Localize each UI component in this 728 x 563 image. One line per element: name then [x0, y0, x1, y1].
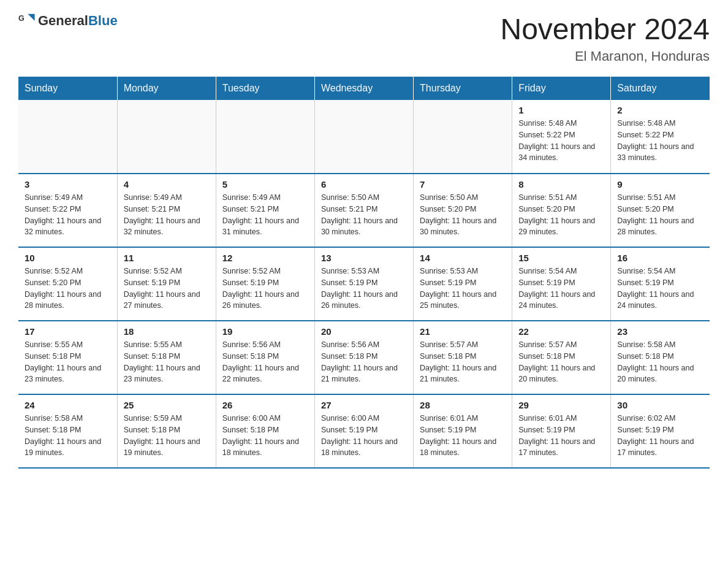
svg-marker-1 — [28, 14, 34, 21]
day-info: Sunrise: 5:57 AMSunset: 5:18 PMDaylight:… — [420, 339, 506, 385]
calendar-day-cell: 24Sunrise: 5:58 AMSunset: 5:18 PMDayligh… — [18, 394, 117, 468]
day-number: 13 — [321, 253, 407, 263]
day-number: 5 — [222, 179, 308, 190]
calendar-day-cell: 4Sunrise: 5:49 AMSunset: 5:21 PMDaylight… — [117, 174, 216, 247]
day-info: Sunrise: 5:48 AMSunset: 5:22 PMDaylight:… — [617, 118, 703, 164]
calendar-week-row: 1Sunrise: 5:48 AMSunset: 5:22 PMDaylight… — [18, 100, 710, 174]
calendar-day-cell: 18Sunrise: 5:55 AMSunset: 5:18 PMDayligh… — [117, 321, 216, 394]
day-info: Sunrise: 6:00 AMSunset: 5:19 PMDaylight:… — [321, 413, 407, 459]
day-number: 26 — [222, 400, 308, 410]
day-number: 12 — [222, 253, 308, 263]
day-number: 18 — [124, 326, 210, 337]
calendar-day-cell: 29Sunrise: 6:01 AMSunset: 5:19 PMDayligh… — [512, 394, 611, 468]
day-number: 6 — [321, 179, 407, 190]
day-number: 3 — [25, 179, 111, 190]
calendar-day-cell: 20Sunrise: 5:56 AMSunset: 5:18 PMDayligh… — [314, 321, 413, 394]
day-number: 17 — [25, 326, 111, 337]
day-info: Sunrise: 5:51 AMSunset: 5:20 PMDaylight:… — [518, 192, 604, 238]
header-wednesday: Wednesday — [314, 77, 413, 100]
calendar-day-cell: 12Sunrise: 5:52 AMSunset: 5:19 PMDayligh… — [216, 247, 314, 321]
calendar-day-cell: 27Sunrise: 6:00 AMSunset: 5:19 PMDayligh… — [314, 394, 413, 468]
logo[interactable]: G GeneralBlue — [18, 12, 118, 29]
day-number: 15 — [518, 253, 604, 263]
day-info: Sunrise: 5:49 AMSunset: 5:21 PMDaylight:… — [222, 192, 308, 238]
day-number: 29 — [518, 400, 604, 410]
calendar-day-cell: 3Sunrise: 5:49 AMSunset: 5:22 PMDaylight… — [18, 174, 117, 247]
day-info: Sunrise: 6:00 AMSunset: 5:18 PMDaylight:… — [222, 413, 308, 459]
calendar-day-cell: 16Sunrise: 5:54 AMSunset: 5:19 PMDayligh… — [611, 247, 710, 321]
calendar-day-cell: 8Sunrise: 5:51 AMSunset: 5:20 PMDaylight… — [512, 174, 611, 247]
day-info: Sunrise: 5:52 AMSunset: 5:20 PMDaylight:… — [25, 266, 111, 312]
header-tuesday: Tuesday — [216, 77, 314, 100]
calendar-day-cell: 28Sunrise: 6:01 AMSunset: 5:19 PMDayligh… — [414, 394, 512, 468]
calendar-day-cell: 25Sunrise: 5:59 AMSunset: 5:18 PMDayligh… — [117, 394, 216, 468]
calendar-day-cell: 6Sunrise: 5:50 AMSunset: 5:21 PMDaylight… — [314, 174, 413, 247]
day-info: Sunrise: 5:59 AMSunset: 5:18 PMDaylight:… — [124, 413, 210, 459]
day-number: 22 — [518, 326, 604, 337]
day-info: Sunrise: 5:53 AMSunset: 5:19 PMDaylight:… — [321, 266, 407, 312]
calendar-day-cell: 14Sunrise: 5:53 AMSunset: 5:19 PMDayligh… — [414, 247, 512, 321]
calendar-day-cell: 26Sunrise: 6:00 AMSunset: 5:18 PMDayligh… — [216, 394, 314, 468]
calendar-day-cell: 5Sunrise: 5:49 AMSunset: 5:21 PMDaylight… — [216, 174, 314, 247]
calendar-day-cell: 7Sunrise: 5:50 AMSunset: 5:20 PMDaylight… — [414, 174, 512, 247]
day-info: Sunrise: 5:56 AMSunset: 5:18 PMDaylight:… — [222, 339, 308, 385]
day-number: 7 — [420, 179, 506, 190]
calendar-week-row: 17Sunrise: 5:55 AMSunset: 5:18 PMDayligh… — [18, 321, 710, 394]
day-info: Sunrise: 6:02 AMSunset: 5:19 PMDaylight:… — [617, 413, 703, 459]
header-saturday: Saturday — [611, 77, 710, 100]
header-monday: Monday — [117, 77, 216, 100]
day-number: 1 — [518, 105, 604, 115]
calendar-header-row: Sunday Monday Tuesday Wednesday Thursday… — [18, 77, 710, 100]
day-info: Sunrise: 5:49 AMSunset: 5:21 PMDaylight:… — [124, 192, 210, 238]
day-info: Sunrise: 5:54 AMSunset: 5:19 PMDaylight:… — [518, 266, 604, 312]
day-info: Sunrise: 5:50 AMSunset: 5:20 PMDaylight:… — [420, 192, 506, 238]
page-header: G GeneralBlue November 2024 El Maranon, … — [18, 12, 710, 64]
day-number: 9 — [617, 179, 703, 190]
calendar-day-cell: 13Sunrise: 5:53 AMSunset: 5:19 PMDayligh… — [314, 247, 413, 321]
calendar-day-cell: 22Sunrise: 5:57 AMSunset: 5:18 PMDayligh… — [512, 321, 611, 394]
calendar-week-row: 10Sunrise: 5:52 AMSunset: 5:20 PMDayligh… — [18, 247, 710, 321]
location-subtitle: El Maranon, Honduras — [500, 48, 710, 64]
calendar-table: Sunday Monday Tuesday Wednesday Thursday… — [18, 77, 710, 469]
day-number: 21 — [420, 326, 506, 337]
calendar-day-cell: 21Sunrise: 5:57 AMSunset: 5:18 PMDayligh… — [414, 321, 512, 394]
day-info: Sunrise: 5:54 AMSunset: 5:19 PMDaylight:… — [617, 266, 703, 312]
header-sunday: Sunday — [18, 77, 117, 100]
day-number: 28 — [420, 400, 506, 410]
calendar-day-cell — [117, 100, 216, 174]
day-number: 30 — [617, 400, 703, 410]
day-number: 20 — [321, 326, 407, 337]
calendar-day-cell — [414, 100, 512, 174]
day-info: Sunrise: 5:50 AMSunset: 5:21 PMDaylight:… — [321, 192, 407, 238]
day-info: Sunrise: 5:49 AMSunset: 5:22 PMDaylight:… — [25, 192, 111, 238]
calendar-day-cell: 17Sunrise: 5:55 AMSunset: 5:18 PMDayligh… — [18, 321, 117, 394]
day-info: Sunrise: 6:01 AMSunset: 5:19 PMDaylight:… — [518, 413, 604, 459]
day-info: Sunrise: 5:51 AMSunset: 5:20 PMDaylight:… — [617, 192, 703, 238]
svg-text:G: G — [18, 14, 25, 23]
day-info: Sunrise: 5:55 AMSunset: 5:18 PMDaylight:… — [124, 339, 210, 385]
calendar-week-row: 24Sunrise: 5:58 AMSunset: 5:18 PMDayligh… — [18, 394, 710, 468]
day-number: 23 — [617, 326, 703, 337]
calendar-day-cell: 10Sunrise: 5:52 AMSunset: 5:20 PMDayligh… — [18, 247, 117, 321]
day-info: Sunrise: 6:01 AMSunset: 5:19 PMDaylight:… — [420, 413, 506, 459]
title-block: November 2024 El Maranon, Honduras — [500, 12, 710, 64]
day-info: Sunrise: 5:53 AMSunset: 5:19 PMDaylight:… — [420, 266, 506, 312]
calendar-title: November 2024 — [500, 12, 710, 46]
day-number: 19 — [222, 326, 308, 337]
header-thursday: Thursday — [414, 77, 512, 100]
calendar-day-cell: 19Sunrise: 5:56 AMSunset: 5:18 PMDayligh… — [216, 321, 314, 394]
calendar-day-cell — [216, 100, 314, 174]
day-info: Sunrise: 5:52 AMSunset: 5:19 PMDaylight:… — [124, 266, 210, 312]
day-number: 25 — [124, 400, 210, 410]
calendar-day-cell: 30Sunrise: 6:02 AMSunset: 5:19 PMDayligh… — [611, 394, 710, 468]
calendar-day-cell — [18, 100, 117, 174]
calendar-day-cell: 23Sunrise: 5:58 AMSunset: 5:18 PMDayligh… — [611, 321, 710, 394]
day-number: 8 — [518, 179, 604, 190]
day-number: 16 — [617, 253, 703, 263]
day-info: Sunrise: 5:56 AMSunset: 5:18 PMDaylight:… — [321, 339, 407, 385]
calendar-week-row: 3Sunrise: 5:49 AMSunset: 5:22 PMDaylight… — [18, 174, 710, 247]
logo-blue: Blue — [88, 13, 118, 28]
day-number: 27 — [321, 400, 407, 410]
calendar-day-cell — [314, 100, 413, 174]
day-number: 11 — [124, 253, 210, 263]
